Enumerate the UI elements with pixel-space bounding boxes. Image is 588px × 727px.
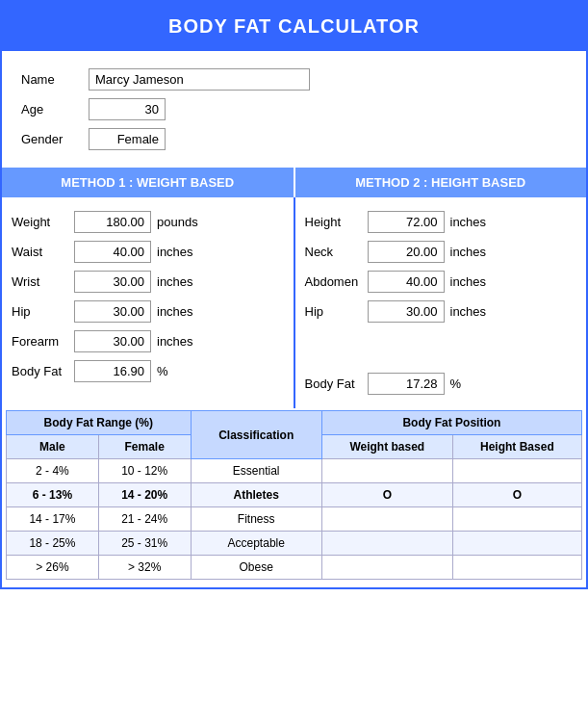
female-subheader: Female <box>98 435 191 459</box>
table-cell <box>452 507 581 532</box>
methods-container: Weight pounds Waist inches Wrist inches … <box>2 197 586 408</box>
table-cell: 18 - 25% <box>7 532 99 556</box>
table-cell: 2 - 4% <box>7 459 99 483</box>
position-header: Body Fat Position <box>321 411 581 435</box>
table-header-row: Body Fat Range (%) Classification Body F… <box>7 411 582 435</box>
table-cell <box>452 459 581 483</box>
table-cell: > 26% <box>7 556 99 580</box>
method2-bodyfat-input[interactable] <box>368 373 445 395</box>
table-cell <box>321 532 452 556</box>
table-row: 2 - 4%10 - 12%Essential <box>7 459 582 483</box>
method2-abdomen-input[interactable] <box>368 271 445 293</box>
method2-neck-input[interactable] <box>368 241 445 263</box>
page-title: BODY FAT CALCULATOR <box>2 2 586 51</box>
table-cell: 14 - 17% <box>7 507 99 532</box>
method1-waist-label: Waist <box>12 245 74 259</box>
table-cell <box>321 507 452 532</box>
method1-column: Weight pounds Waist inches Wrist inches … <box>2 197 295 408</box>
gender-input[interactable] <box>89 128 166 150</box>
method1-bodyfat-row: Body Fat % <box>12 360 284 382</box>
table-row: 18 - 25%25 - 31%Acceptable <box>7 532 582 556</box>
table-cell: 6 - 13% <box>7 483 99 507</box>
method1-weight-label: Weight <box>12 215 74 229</box>
table-row: 6 - 13%14 - 20%AthletesOO <box>7 483 582 507</box>
results-section: Body Fat Range (%) Classification Body F… <box>2 410 586 587</box>
method1-forearm-label: Forearm <box>12 334 74 349</box>
method2-height-row: Height inches <box>305 211 577 233</box>
method2-hip-input[interactable] <box>368 300 445 323</box>
method2-height-input[interactable] <box>368 211 445 233</box>
table-cell: O <box>452 483 581 507</box>
table-cell <box>321 459 452 483</box>
method2-hip-row: Hip inches <box>305 300 577 323</box>
table-cell <box>452 532 581 556</box>
method2-neck-row: Neck inches <box>305 241 577 263</box>
method2-height-unit: inches <box>450 215 494 229</box>
name-input[interactable] <box>89 68 310 91</box>
method2-bodyfat-row: Body Fat % <box>305 373 577 395</box>
table-cell: 14 - 20% <box>98 483 191 507</box>
method2-bodyfat-label: Body Fat <box>305 376 368 391</box>
method2-neck-label: Neck <box>305 245 368 259</box>
method1-wrist-label: Wrist <box>12 274 74 289</box>
table-cell: Essential <box>191 459 321 483</box>
table-row: > 26%> 32%Obese <box>7 556 582 580</box>
classification-header: Classification <box>191 411 321 459</box>
table-cell: 25 - 31% <box>98 532 191 556</box>
table-cell <box>452 556 581 580</box>
method2-abdomen-unit: inches <box>450 274 494 289</box>
table-cell: Fitness <box>191 507 321 532</box>
table-cell: Athletes <box>191 483 321 507</box>
method2-height-label: Height <box>305 215 368 229</box>
method1-wrist-input[interactable] <box>74 271 151 293</box>
table-row: 14 - 17%21 - 24%Fitness <box>7 507 582 532</box>
method1-waist-row: Waist inches <box>12 241 284 263</box>
method1-forearm-row: Forearm inches <box>12 330 284 352</box>
weight-based-subheader: Weight based <box>321 435 452 459</box>
height-based-subheader: Height Based <box>452 435 581 459</box>
table-cell: Acceptable <box>191 532 321 556</box>
method1-wrist-row: Wrist inches <box>12 271 284 293</box>
method1-bodyfat-label: Body Fat <box>12 364 74 378</box>
personal-section: Name Age Gender <box>2 51 586 168</box>
method2-abdomen-row: Abdomen inches <box>305 271 577 293</box>
method2-header: METHOD 2 : HEIGHT BASED <box>295 168 587 197</box>
method1-bodyfat-input[interactable] <box>74 360 151 382</box>
gender-row: Gender <box>21 128 567 150</box>
method1-hip-input[interactable] <box>74 300 151 323</box>
method1-header: METHOD 1 : WEIGHT BASED <box>2 168 295 197</box>
method1-weight-unit: pounds <box>157 215 200 229</box>
method1-waist-unit: inches <box>157 245 200 259</box>
method1-bodyfat-unit: % <box>157 364 200 378</box>
method1-weight-row: Weight pounds <box>12 211 284 233</box>
age-label: Age <box>21 102 89 117</box>
method1-forearm-unit: inches <box>157 334 200 349</box>
method1-waist-input[interactable] <box>74 241 151 263</box>
range-header: Body Fat Range (%) <box>7 411 192 435</box>
gender-label: Gender <box>21 132 89 146</box>
method1-hip-label: Hip <box>12 304 74 319</box>
results-table: Body Fat Range (%) Classification Body F… <box>6 410 582 580</box>
name-label: Name <box>21 72 89 87</box>
table-cell: > 32% <box>98 556 191 580</box>
table-cell: 21 - 24% <box>98 507 191 532</box>
age-input[interactable] <box>89 98 166 120</box>
table-cell <box>321 556 452 580</box>
method1-hip-row: Hip inches <box>12 300 284 323</box>
male-subheader: Male <box>7 435 99 459</box>
method2-hip-unit: inches <box>450 304 494 319</box>
age-row: Age <box>21 98 567 120</box>
method1-forearm-input[interactable] <box>74 330 151 352</box>
method-headers: METHOD 1 : WEIGHT BASED METHOD 2 : HEIGH… <box>2 168 586 197</box>
table-cell: 10 - 12% <box>98 459 191 483</box>
method2-column: Height inches Neck inches Abdomen inches… <box>295 197 587 408</box>
method1-hip-unit: inches <box>157 304 200 319</box>
method2-hip-label: Hip <box>305 304 368 319</box>
method2-neck-unit: inches <box>450 245 494 259</box>
method2-abdomen-label: Abdomen <box>305 274 368 289</box>
method1-weight-input[interactable] <box>74 211 151 233</box>
table-cell: O <box>321 483 452 507</box>
name-row: Name <box>21 68 567 91</box>
method1-wrist-unit: inches <box>157 274 200 289</box>
method2-bodyfat-unit: % <box>450 376 494 391</box>
